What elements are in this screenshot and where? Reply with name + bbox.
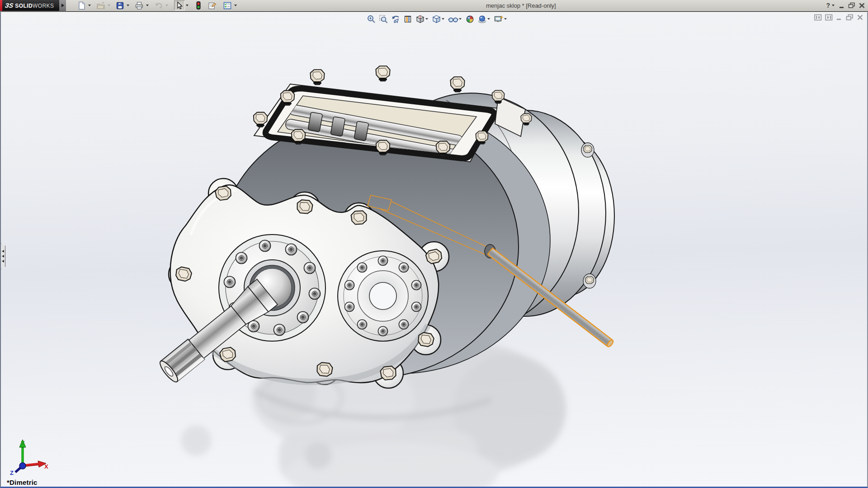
previous-view-button[interactable]: [390, 14, 402, 24]
brand-works: WORKS: [33, 3, 54, 9]
glasses-icon: [448, 14, 458, 24]
apply-scene-icon: [477, 14, 487, 24]
open-folder-icon: [96, 1, 105, 10]
select-dropdown-caret[interactable]: [186, 5, 189, 6]
close-icon: [859, 2, 865, 9]
print-button[interactable]: [133, 0, 145, 10]
heads-up-view-toolbar: [365, 14, 509, 24]
graphics-area[interactable]: Y X Z *Dimetric: [0, 12, 868, 488]
solidworks-logo: ЗS SOLID WORKS: [0, 0, 59, 11]
solidworks-window: ЗS SOLID WORKS: [0, 0, 868, 488]
open-document-button[interactable]: [95, 0, 107, 10]
select-cursor-icon: [175, 1, 184, 10]
hide-show-items-caret[interactable]: [459, 18, 462, 20]
display-style-caret[interactable]: [442, 18, 444, 20]
collapse-arrow-icon: [2, 260, 4, 263]
minimize-document-button[interactable]: [836, 14, 843, 21]
restore-document-button[interactable]: [846, 14, 854, 21]
help-dropdown-caret: [832, 5, 835, 6]
view-orientation-caret[interactable]: [425, 18, 428, 20]
minimize-window-button[interactable]: [839, 1, 845, 10]
collapse-left-pane-button[interactable]: [814, 14, 822, 21]
save-dropdown-caret[interactable]: [127, 5, 129, 6]
reference-triad: Y X Z: [5, 435, 50, 477]
collapse-arrow-icon: [2, 250, 4, 253]
restore-document-icon: [846, 14, 854, 21]
expand-left-pane-button[interactable]: [825, 14, 833, 21]
collapse-pane-icon: [814, 14, 822, 21]
restore-icon: [848, 2, 855, 9]
logo-text: ЗS SOLID WORKS: [5, 2, 54, 9]
expand-arrow-icon: [61, 4, 64, 7]
save-floppy-icon: [116, 1, 124, 10]
select-button[interactable]: [174, 0, 185, 10]
previous-view-icon: [391, 14, 401, 24]
edit-appearance-button[interactable]: [464, 14, 476, 24]
edit-appearance-icon: [465, 14, 475, 24]
options-button[interactable]: [222, 0, 233, 10]
rebuild-button[interactable]: [194, 0, 203, 10]
right-flange: [338, 251, 428, 341]
print-icon: [135, 1, 144, 10]
view-orientation-button[interactable]: [414, 14, 430, 24]
display-style-icon: [432, 14, 441, 24]
zoom-to-area-icon: [379, 14, 388, 24]
file-properties-button[interactable]: [206, 0, 218, 10]
traffic-light-icon: [195, 1, 202, 10]
options-dropdown-caret[interactable]: [234, 5, 237, 6]
expand-pane-icon: [825, 14, 833, 21]
brand-solid: SOLID: [15, 3, 33, 9]
zoom-to-area-button[interactable]: [377, 14, 390, 24]
close-document-icon: [857, 14, 863, 21]
view-settings-caret[interactable]: [504, 18, 507, 20]
zoom-to-fit-icon: [367, 14, 376, 24]
minimize-icon: [839, 2, 845, 9]
options-checklist-icon: [223, 1, 232, 10]
menu-expand-button[interactable]: [59, 0, 66, 11]
zoom-to-fit-button[interactable]: [365, 14, 377, 24]
ds-logo-glyph: ЗS: [5, 2, 14, 9]
restore-window-button[interactable]: [848, 1, 855, 10]
file-properties-icon: [208, 1, 217, 10]
save-button[interactable]: [114, 0, 126, 10]
triad-y-label: Y: [21, 440, 25, 446]
triad-z-label: Z: [10, 469, 14, 476]
section-view-button[interactable]: [402, 14, 414, 24]
apply-scene-caret[interactable]: [487, 18, 490, 20]
feature-manager-collapsed-tab[interactable]: [1, 243, 5, 269]
undo-icon: [154, 1, 163, 10]
titlebar: ЗS SOLID WORKS: [0, 0, 868, 11]
minimize-document-icon: [836, 14, 843, 21]
document-window-controls: [814, 14, 863, 21]
document-title: menjac sklop * [Read-only]: [486, 0, 556, 11]
main-toolbar: [76, 0, 241, 11]
print-dropdown-caret[interactable]: [146, 5, 149, 6]
display-style-button[interactable]: [430, 14, 447, 24]
view-settings-icon: [494, 14, 504, 24]
new-document-icon: [77, 1, 86, 10]
undo-button[interactable]: [153, 0, 165, 10]
close-document-button[interactable]: [857, 14, 863, 21]
titlebar-separator: [0, 11, 868, 12]
help-button[interactable]: ?: [826, 1, 835, 10]
section-view-icon: [403, 14, 413, 24]
view-settings-button[interactable]: [492, 14, 509, 24]
apply-scene-button[interactable]: [476, 14, 492, 24]
new-dropdown-caret[interactable]: [88, 5, 91, 6]
view-orientation-label: *Dimetric: [7, 479, 38, 486]
window-controls: ?: [826, 0, 865, 11]
help-icon: ?: [826, 2, 830, 9]
hide-show-items-button[interactable]: [447, 14, 464, 24]
new-document-button[interactable]: [76, 0, 87, 10]
logo-accent-bar: [0, 0, 2, 11]
collapse-arrow-icon: [2, 255, 4, 258]
close-window-button[interactable]: [859, 1, 865, 10]
triad-x-label: X: [44, 463, 48, 470]
open-dropdown-caret[interactable]: [108, 5, 110, 6]
undo-dropdown-caret[interactable]: [165, 5, 168, 6]
view-orientation-icon: [415, 14, 425, 24]
gearbox-model: [1, 12, 867, 487]
